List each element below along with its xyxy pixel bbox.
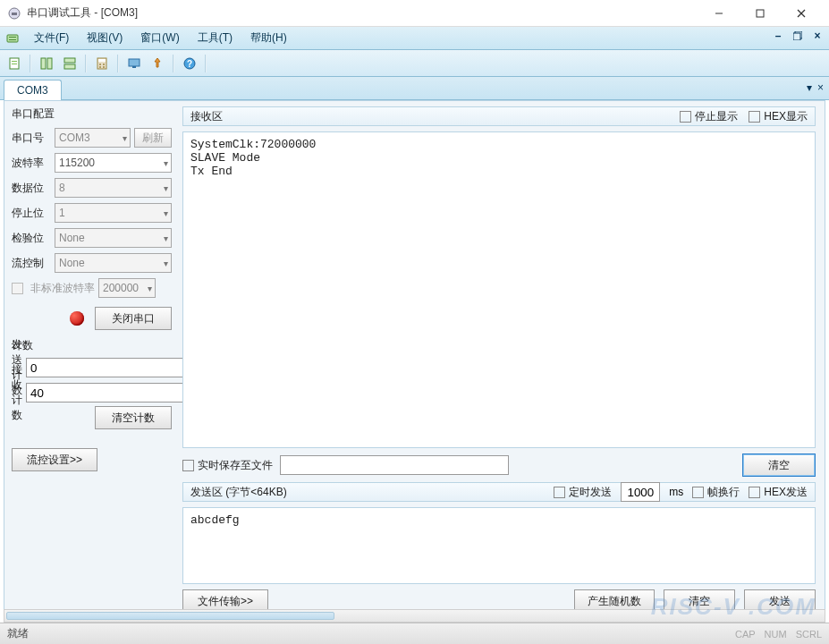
svg-point-23 [103,66,105,68]
tool-pin-icon[interactable] [147,53,168,74]
frame-wrap-label: 帧换行 [707,485,740,500]
nonstd-checkbox[interactable] [12,283,23,294]
status-ready: 就绪 [7,626,29,641]
maximize-button[interactable] [740,0,781,27]
stopbits-label: 停止位 [12,206,51,221]
svg-text:?: ? [187,59,192,69]
stopbits-select[interactable]: 1▾ [55,203,172,223]
svg-rect-1 [12,13,17,15]
tool-monitor-icon[interactable] [123,53,145,74]
parity-select[interactable]: None▾ [55,228,172,248]
scrollbar-horizontal[interactable] [4,609,825,623]
svg-rect-24 [129,59,140,66]
recv-count-field[interactable] [26,383,186,402]
svg-rect-10 [793,33,800,40]
databits-label: 数据位 [12,181,51,196]
hex-display-label: HEX显示 [764,109,808,124]
databits-select[interactable]: 8▾ [55,178,172,198]
status-cap: CAP [735,629,756,640]
recv-textarea[interactable]: SystemClk:72000000 SLAVE Mode Tx End [182,131,816,448]
flow-label: 流控制 [12,256,51,271]
menu-tools[interactable]: 工具(T) [189,28,241,48]
tool-tile-h-icon[interactable] [36,53,57,74]
status-num: NUM [765,629,787,640]
svg-rect-14 [41,58,46,69]
svg-point-21 [103,64,105,65]
svg-rect-12 [12,61,17,62]
clear-counter-button[interactable]: 清空计数 [95,406,172,429]
timed-send-checkbox[interactable] [554,487,565,498]
tab-com3[interactable]: COM3 [4,80,62,100]
baud-select[interactable]: 115200▾ [55,153,172,173]
menu-view[interactable]: 视图(V) [78,28,131,48]
menu-help[interactable]: 帮助(H) [241,28,296,48]
recv-header: 接收区 停止显示 HEX显示 [182,106,816,126]
status-bar: 就绪 CAP NUM SCRL [0,623,829,644]
config-panel: 串口配置 串口号 COM3▾ 刷新 波特率 115200▾ 数据位 8▾ 停止位… [4,101,179,618]
nonstd-label: 非标准波特率 [30,281,95,296]
mdi-minimize-button[interactable]: – [772,30,784,42]
minimize-button[interactable] [698,0,740,27]
hex-send-checkbox[interactable] [749,487,760,498]
svg-rect-8 [9,39,16,40]
svg-point-20 [99,64,101,65]
toolbar: ? [0,50,829,77]
close-button[interactable] [781,0,822,27]
mdi-app-icon [5,31,20,46]
save-file-label: 实时保存至文件 [198,458,273,473]
close-port-button[interactable]: 关闭串口 [95,307,172,330]
nonstd-select[interactable]: 200000▾ [98,278,156,298]
svg-rect-19 [98,59,106,62]
send-header: 发送区 (字节<64KB) 定时发送 ms 帧换行 HEX发送 [182,482,816,502]
svg-rect-6 [7,35,18,42]
svg-rect-13 [12,64,17,64]
menu-window[interactable]: 窗口(W) [131,28,188,48]
svg-rect-17 [64,64,75,69]
status-scrl: SCRL [796,629,822,640]
config-title: 串口配置 [12,106,172,122]
baud-label: 波特率 [12,156,51,171]
svg-rect-16 [64,58,75,63]
window-title: 串口调试工具 - [COM3] [27,5,698,21]
stop-display-label: 停止显示 [695,109,738,124]
send-title: 发送区 (字节<64KB) [190,485,545,500]
right-panel: 接收区 停止显示 HEX显示 SystemClk:72000000 SLAVE … [179,101,825,618]
timed-send-label: 定时发送 [569,485,612,500]
send-textarea[interactable]: abcdefg [182,507,816,584]
flow-select[interactable]: None▾ [55,253,172,273]
app-icon [7,6,21,21]
tool-calc-icon[interactable] [91,53,113,74]
tab-close-icon[interactable]: × [817,81,824,94]
timed-unit: ms [669,486,683,498]
hex-send-label: HEX发送 [764,485,808,500]
port-status-indicator [70,311,84,326]
save-file-checkbox[interactable] [182,460,194,471]
tool-tile-v-icon[interactable] [59,53,80,74]
timed-value-field[interactable] [621,482,660,502]
menu-file[interactable]: 文件(F) [25,28,78,48]
recv-title: 接收区 [190,109,669,124]
workspace: 串口配置 串口号 COM3▾ 刷新 波特率 115200▾ 数据位 8▾ 停止位… [4,100,825,619]
menu-bar: 文件(F) 视图(V) 窗口(W) 工具(T) 帮助(H) – × [0,27,829,50]
recv-clear-button[interactable]: 清空 [742,453,816,477]
svg-point-22 [99,66,101,68]
save-file-path[interactable] [280,455,509,475]
tool-new-icon[interactable] [4,53,25,74]
port-select[interactable]: COM3▾ [55,128,131,148]
svg-rect-25 [132,66,136,68]
send-count-field[interactable] [26,358,186,377]
title-bar: 串口调试工具 - [COM3] [0,0,829,27]
stop-display-checkbox[interactable] [680,111,691,123]
refresh-button[interactable]: 刷新 [134,128,172,148]
mdi-restore-button[interactable] [791,30,804,42]
mdi-close-button[interactable]: × [811,30,824,42]
parity-label: 检验位 [12,231,51,246]
flow-settings-button[interactable]: 流控设置>> [12,448,97,471]
frame-wrap-checkbox[interactable] [692,487,704,498]
doc-tab-bar: COM3 ▾ × [0,77,829,100]
tab-dropdown-icon[interactable]: ▾ [807,81,812,94]
port-label: 串口号 [12,131,51,146]
tool-help-icon[interactable]: ? [179,53,200,74]
hex-display-checkbox[interactable] [749,111,760,123]
svg-rect-3 [757,10,764,17]
